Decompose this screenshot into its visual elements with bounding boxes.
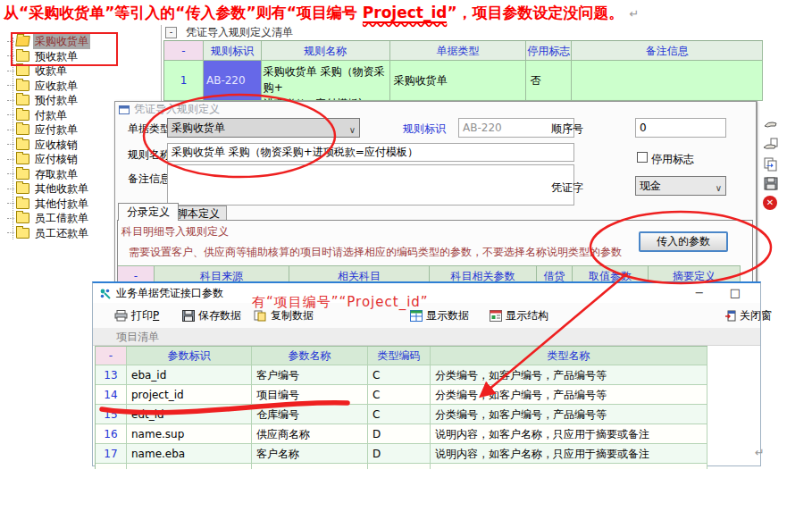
folder-icon (16, 124, 29, 135)
params-window-title: 业务单据凭证接口参数 (116, 286, 223, 301)
cell-rule-name: 采购收货单 采购（物资采购+进项税款=应付模板) (262, 61, 390, 101)
col-doc-type: 单据类型 (390, 41, 527, 61)
tree-connector (7, 203, 14, 204)
params-table: - 参数标识 参数名称 类型编码 类型名称 13 eba_id 客户编号 C 分… (95, 346, 707, 469)
incoming-params-button[interactable]: 传入的参数 (639, 231, 728, 252)
rules-table-header: - 规则标识 规则名称 单据类型 停用标志 备注信息 (164, 41, 763, 61)
col-rownum: - (164, 41, 204, 61)
tree-item-advance-receipt[interactable]: 预收款单 (0, 49, 161, 64)
cell-doc-type: 采购收货单 (390, 61, 527, 101)
paragraph-mark: ↵ (630, 7, 640, 21)
rules-list-section: - 凭证导入规则定义清单 - 规则标识 规则名称 单据类型 停用标志 备注信息 … (163, 25, 763, 101)
print-button[interactable]: 打印P (114, 303, 159, 328)
cell-rule-id-selected[interactable]: AB-220 (204, 61, 262, 101)
copy-import-icon[interactable] (763, 156, 779, 172)
cell-rownum: 1 (164, 61, 204, 101)
data-grid-icon (410, 310, 423, 322)
col-type-code: 类型编码 (368, 347, 431, 365)
tree-connector (7, 218, 14, 219)
cell-remark (572, 61, 763, 101)
right-toolbar: ✕ (757, 101, 811, 284)
show-structure-button[interactable]: 显示结构 (490, 303, 548, 328)
tree-connector (7, 71, 14, 71)
point-hand-page-icon[interactable] (763, 137, 779, 153)
col-rownum: - (96, 347, 127, 365)
doc-type-label: 单据类型 (128, 122, 171, 137)
remark-label: 备注信息 (128, 172, 171, 187)
app-icon (99, 288, 111, 299)
col-param-id: 参数标识 (127, 347, 252, 365)
rules-list-caption: - 凭证导入规则定义清单 (163, 25, 763, 40)
tree-item-receipt[interactable]: 收款单 (0, 63, 161, 79)
rules-table-row[interactable]: 1 AB-220 采购收货单 采购（物资采购+进项税款=应付模板) 采购收货单 … (164, 61, 763, 101)
rule-id-label: 规则标识 (403, 122, 446, 137)
entry-definition-panel: 科目明细导入规则定义 需要设置客户、供应商等辅助核算的项目时请选择相应的编码类型… (117, 220, 753, 285)
detail-hint: 需要设置客户、供应商等辅助核算的项目时请选择相应的编码类型的参数，不要选择名称说… (129, 245, 622, 260)
voucher-word-label: 凭证字 (551, 180, 583, 196)
open-folder-icon (15, 36, 30, 46)
tree-item-receivable[interactable]: 应收款单 (0, 79, 161, 94)
tree-connector (7, 144, 14, 145)
folder-icon (16, 228, 29, 239)
col-rule-id: 规则标识 (204, 41, 262, 61)
folder-icon (16, 213, 29, 223)
project-list-bar: 项目清单 (93, 328, 760, 346)
maximize-button[interactable]: □ (725, 284, 745, 302)
folder-icon (16, 80, 29, 91)
sequence-field[interactable]: 0 (635, 118, 726, 138)
tree-item-purchase-receipt[interactable]: 采购收货单 (0, 34, 161, 49)
tree-connector (7, 159, 14, 160)
tree-connector (7, 41, 14, 42)
param-row-name-eba[interactable]: 17 name.eba 客户名称 D 说明内容，如客户名称，只应用于摘要或备注 (96, 444, 707, 464)
collapse-icon[interactable]: - (165, 27, 177, 38)
detail-section-title: 科目明细导入规则定义 (121, 224, 229, 239)
point-hand-icon[interactable] (763, 117, 779, 133)
tree-connector (7, 85, 14, 86)
voucher-word-dropdown[interactable]: 现金∨ (635, 176, 726, 196)
rules-list-title: 凭证导入规则定义清单 (186, 25, 293, 40)
disable-label: 停用标志 (651, 152, 694, 167)
remark-field[interactable] (167, 164, 574, 205)
param-row-partial (96, 464, 707, 469)
headline-note: 从“采购收货单”等引入的“传入参数”则有“项目编号 Project_id”，项目… (4, 3, 809, 23)
tab-entry-definition[interactable]: 分录定义 (118, 203, 179, 221)
headline-prefix: 从“采购收货单”等引入的“传入参数”则有“项目编号 (4, 4, 363, 21)
param-row-name-sup[interactable]: 16 name.sup 供应商名称 D 说明内容，如客户名称，只应用于摘要或备注 (96, 424, 707, 444)
paragraph-mark: ↵ (755, 446, 765, 459)
tree-connector (7, 55, 14, 56)
doc-type-dropdown[interactable]: 采购收货单∨ (167, 118, 360, 138)
disable-checkbox[interactable] (637, 152, 648, 163)
cell-disabled-flag: 否 (526, 61, 572, 101)
close-window-button[interactable]: 关闭窗 (724, 303, 772, 328)
folder-icon (16, 95, 29, 105)
folder-icon (16, 154, 29, 164)
col-disabled: 停用标志 (526, 41, 572, 61)
tree-connector (7, 114, 14, 115)
sequence-label: 顺序号 (551, 122, 583, 137)
rule-dialog: 凭证导入规则定义 单据类型 采购收货单∨ 规则标识 AB-220 顺序号 0 规… (114, 101, 757, 286)
rule-name-field[interactable]: 采购收货单 采购（物资采购+进项税款=应付模板） (167, 143, 574, 162)
chevron-down-icon: ∨ (716, 180, 722, 196)
folder-icon (16, 183, 29, 194)
folder-icon (16, 139, 29, 150)
folder-icon (16, 198, 29, 209)
rule-dialog-titlebar[interactable]: 凭证导入规则定义 (115, 102, 756, 117)
param-row-edt-id[interactable]: 15 edt_id 仓库编号 C 分类编号，如客户编号，产品编号等 (96, 405, 707, 424)
structure-icon (490, 310, 502, 322)
tree-connector (7, 173, 14, 174)
save-data-button[interactable]: 保存数据 (182, 303, 241, 328)
param-row-project-id[interactable]: 14 project_id 项目编号 C 分类编号，如客户编号，产品编号等 (96, 385, 707, 405)
tree-connector (7, 232, 14, 233)
col-rule-name: 规则名称 (262, 41, 390, 61)
window-icon (119, 105, 130, 114)
col-remark: 备注信息 (572, 41, 763, 61)
params-table-header: - 参数标识 参数名称 类型编码 类型名称 (96, 347, 707, 365)
headline-keyword: Project_id (363, 4, 448, 23)
param-row-eba-id[interactable]: 13 eba_id 客户编号 C 分类编号，如客户编号，产品编号等 (96, 365, 707, 385)
delete-icon[interactable]: ✕ (763, 196, 777, 210)
close-window-icon (724, 310, 736, 322)
folder-icon (16, 169, 29, 180)
save-icon[interactable] (763, 176, 779, 192)
minimize-button[interactable]: − (690, 284, 709, 302)
folder-icon (16, 51, 29, 62)
